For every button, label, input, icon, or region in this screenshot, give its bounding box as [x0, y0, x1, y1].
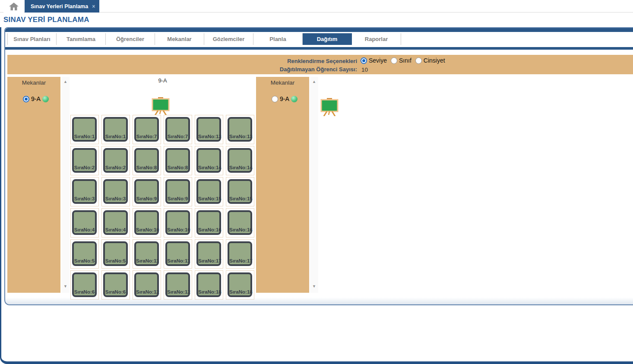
- desk-seat-label: SıraNo:17: [198, 258, 219, 264]
- desk-seat[interactable]: SıraNo:17: [195, 239, 223, 269]
- desk-seat[interactable]: SıraNo:12: [133, 270, 161, 300]
- tab-tanımlama[interactable]: Tanımlama: [57, 33, 106, 45]
- desk-seat-label: SıraNo:10: [136, 227, 157, 233]
- desk-surface: SıraNo:15: [228, 179, 252, 204]
- desk-seat[interactable]: SıraNo:18: [226, 270, 254, 300]
- desk-seat[interactable]: SıraNo:6: [101, 270, 130, 300]
- desk-seat[interactable]: SıraNo:3: [101, 177, 130, 206]
- desk-seat[interactable]: SıraNo:7: [133, 115, 161, 144]
- desk-seat[interactable]: SıraNo:8: [164, 146, 192, 175]
- desk-seat-label: SıraNo:3: [105, 196, 126, 202]
- scroll-down-icon[interactable]: ▼: [310, 284, 318, 288]
- desk-seat-label: SıraNo:5: [74, 258, 95, 264]
- desk-seat[interactable]: SıraNo:2: [70, 146, 99, 175]
- desk-surface: SıraNo:14: [196, 148, 221, 173]
- tab-planla[interactable]: Planla: [253, 33, 303, 45]
- desk-seat-label: SıraNo:4: [105, 227, 126, 233]
- desk-seat[interactable]: SıraNo:9: [133, 177, 161, 206]
- desk-seat[interactable]: SıraNo:13: [226, 115, 254, 144]
- coloring-option-cinsiyet[interactable]: Cinsiyet: [415, 57, 445, 64]
- seating-area: 9-A SıraNo:1SıraNo:1SıraNo:7SıraNo:7Sıra…: [70, 77, 255, 305]
- desk-seat[interactable]: SıraNo:2: [101, 146, 130, 175]
- desk-seat-label: SıraNo:16: [198, 227, 219, 233]
- tab-öğrenciler[interactable]: Öğrenciler: [106, 33, 155, 45]
- desk-surface: SıraNo:1: [72, 117, 97, 142]
- desk-seat[interactable]: SıraNo:5: [101, 239, 130, 269]
- desk-seat[interactable]: SıraNo:6: [70, 270, 99, 300]
- desk-surface: SıraNo:3: [72, 179, 97, 204]
- desk-seat[interactable]: SıraNo:15: [226, 177, 254, 206]
- room-status-dot: [291, 96, 298, 102]
- desk-seat[interactable]: SıraNo:18: [195, 270, 223, 300]
- radio-label: Cinsiyet: [424, 57, 445, 64]
- desk-seat[interactable]: SıraNo:12: [164, 270, 192, 300]
- desk-seat[interactable]: SıraNo:16: [226, 208, 254, 237]
- right-scrollbar[interactable]: ▲ ▼: [310, 77, 318, 293]
- desk-seat-label: SıraNo:11: [136, 258, 157, 264]
- desk-seat[interactable]: SıraNo:1: [101, 115, 130, 144]
- scroll-up-icon[interactable]: ▲: [61, 79, 70, 84]
- left-rooms-panel-title: Mekanlar: [7, 77, 60, 86]
- desk-seat[interactable]: SıraNo:5: [70, 239, 99, 269]
- desk-seat[interactable]: SıraNo:17: [226, 239, 254, 269]
- desk-seat-label: SıraNo:13: [229, 133, 250, 140]
- desk-seat[interactable]: SıraNo:10: [133, 208, 161, 237]
- room-label: 9-A: [280, 95, 289, 102]
- chalkboard-icon: [320, 97, 339, 116]
- radio-icon: [415, 57, 422, 64]
- tab-mekanlar[interactable]: Mekanlar: [155, 33, 204, 45]
- tab-sınav-planları[interactable]: Sınav Planları: [7, 33, 57, 45]
- desk-surface: SıraNo:3: [103, 179, 128, 204]
- desk-seat[interactable]: SıraNo:10: [164, 208, 192, 237]
- desk-surface: SıraNo:4: [72, 210, 97, 235]
- desk-seat[interactable]: SıraNo:11: [133, 239, 161, 269]
- left-rooms-list: 9-A: [7, 95, 60, 102]
- desk-seat[interactable]: SıraNo:13: [195, 115, 223, 144]
- nav-tabs-divider: [5, 47, 633, 50]
- desk-seat[interactable]: SıraNo:7: [164, 115, 192, 144]
- desk-surface: SıraNo:1: [103, 117, 128, 142]
- left-rooms-panel: Mekanlar 9-A: [7, 77, 60, 293]
- close-icon[interactable]: ×: [92, 3, 95, 9]
- scroll-down-icon[interactable]: ▼: [61, 284, 70, 288]
- desk-surface: SıraNo:5: [103, 241, 128, 266]
- desk-seat[interactable]: SıraNo:11: [164, 239, 192, 269]
- right-panel-room-9-a[interactable]: 9-A: [256, 95, 309, 102]
- desk-seat[interactable]: SıraNo:15: [195, 177, 223, 206]
- desk-seat[interactable]: SıraNo:16: [195, 208, 223, 237]
- desk-surface: SıraNo:2: [72, 148, 97, 173]
- tab-gözlemciler[interactable]: Gözlemciler: [204, 33, 253, 45]
- desk-seat[interactable]: SıraNo:3: [70, 177, 99, 206]
- desk-seat-label: SıraNo:4: [74, 227, 95, 233]
- options-toolbar: Renklendirme Seçenekleri SeviyeSınıfCins…: [7, 55, 633, 74]
- tab-raporlar[interactable]: Raporlar: [352, 33, 401, 45]
- desk-seat-label: SıraNo:12: [167, 289, 188, 295]
- desk-seat[interactable]: SıraNo:14: [226, 146, 254, 175]
- desk-seat-label: SıraNo:17: [229, 258, 250, 264]
- desk-seat-label: SıraNo:18: [198, 289, 219, 295]
- desk-seat-label: SıraNo:13: [198, 133, 219, 140]
- desk-seat[interactable]: SıraNo:14: [195, 146, 223, 175]
- coloring-option-sınıf[interactable]: Sınıf: [391, 57, 411, 64]
- coloring-option-seviye[interactable]: Seviye: [361, 57, 387, 64]
- desk-seat-label: SıraNo:8: [136, 165, 157, 171]
- scroll-up-icon[interactable]: ▲: [310, 79, 318, 84]
- window-tabstrip: Sınav Yerleri Planlama ×: [0, 0, 633, 13]
- left-scrollbar[interactable]: ▲ ▼: [61, 77, 70, 293]
- radio-label: Sınıf: [399, 57, 411, 64]
- left-panel-room-9-a[interactable]: 9-A: [7, 95, 60, 102]
- radio-label: Seviye: [369, 57, 387, 64]
- desk-seat-label: SıraNo:2: [74, 165, 95, 171]
- desk-seat[interactable]: SıraNo:9: [164, 177, 192, 206]
- window-tab-sinav-yerleri-planlama[interactable]: Sınav Yerleri Planlama ×: [25, 0, 99, 13]
- main-container: Sınav PlanlarıTanımlamaÖğrencilerMekanla…: [4, 27, 633, 305]
- home-tab[interactable]: [3, 0, 24, 13]
- desk-seat[interactable]: SıraNo:4: [101, 208, 130, 237]
- desk-seat-label: SıraNo:16: [229, 227, 250, 233]
- desk-seat-label: SıraNo:14: [229, 165, 250, 171]
- tab-dağıtım[interactable]: Dağıtım: [303, 33, 352, 45]
- page-title: SINAV YERİ PLANLAMA: [3, 16, 89, 24]
- desk-seat[interactable]: SıraNo:4: [70, 208, 99, 237]
- desk-seat[interactable]: SıraNo:8: [133, 146, 161, 175]
- desk-seat[interactable]: SıraNo:1: [70, 115, 99, 144]
